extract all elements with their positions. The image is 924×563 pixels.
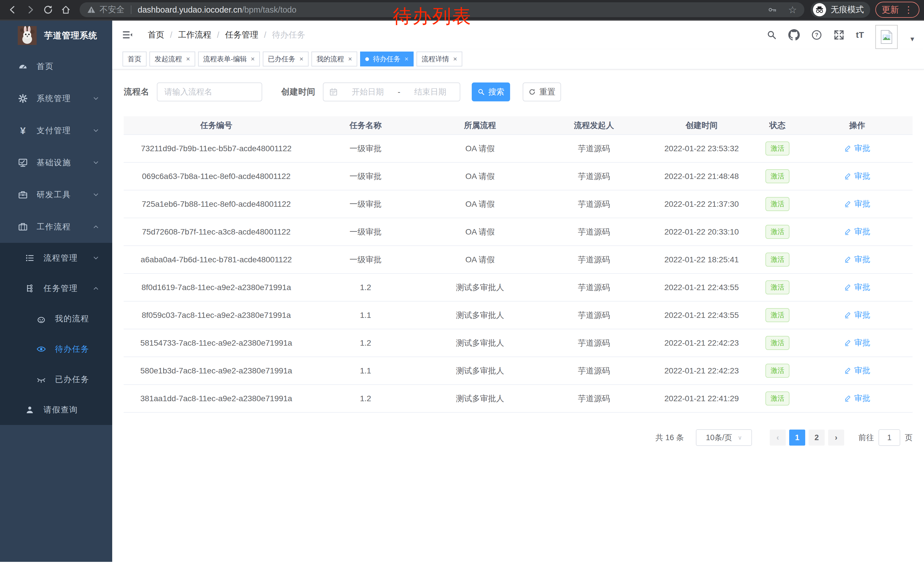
fullscreen-icon[interactable] <box>834 30 844 41</box>
cell-process: 测试多审批人 <box>422 273 538 301</box>
cell-status: 激活 <box>753 190 802 218</box>
approve-link[interactable]: 审批 <box>844 226 870 237</box>
status-badge: 激活 <box>765 141 789 156</box>
forward-icon[interactable] <box>25 5 36 15</box>
status-badge: 激活 <box>765 308 789 322</box>
tab-start-process[interactable]: 发起流程× <box>149 51 195 66</box>
close-icon[interactable]: × <box>405 55 408 63</box>
bookmark-star-icon[interactable]: ☆ <box>788 4 797 15</box>
cell-create-time: 2022-01-22 21:48:48 <box>650 162 753 190</box>
sidebar-item-workflow[interactable]: 工作流程 <box>0 211 112 243</box>
chevron-up-icon <box>92 285 100 292</box>
close-icon[interactable]: × <box>299 55 303 63</box>
cell-task-id: a6aba0a4-7b6d-11ec-b781-acde48001122 <box>124 246 309 273</box>
home-icon[interactable] <box>61 5 71 15</box>
browser-menu-icon[interactable]: ⋮ <box>904 4 913 15</box>
approve-link[interactable]: 审批 <box>844 365 870 376</box>
browser-update-button[interactable]: 更新 ⋮ <box>875 2 920 18</box>
sidebar-item-payment-mgmt[interactable]: ¥ 支付管理 <box>0 114 112 147</box>
url-path[interactable]: /bpm/task/todo <box>242 5 296 15</box>
status-badge: 激活 <box>765 392 789 405</box>
cell-actions: 审批 <box>802 301 912 329</box>
key-icon[interactable] <box>768 5 777 14</box>
next-page-button[interactable]: › <box>828 429 844 446</box>
page-button-2[interactable]: 2 <box>808 429 825 446</box>
prev-page-button[interactable]: ‹ <box>770 429 786 446</box>
reset-button[interactable]: 重置 <box>523 83 561 101</box>
close-icon[interactable]: × <box>453 55 457 63</box>
cell-process: OA 请假 <box>422 135 538 162</box>
sidebar-item-todo-tasks[interactable]: 待办任务 <box>0 334 112 364</box>
page-button-1[interactable]: 1 <box>789 429 805 446</box>
url-host[interactable]: dashboard.yudao.iocoder.cn <box>138 5 242 15</box>
search-icon[interactable] <box>766 30 777 40</box>
gear-icon <box>18 94 28 104</box>
sidebar-item-leave-query[interactable]: 请假查询 <box>0 395 112 425</box>
svg-text:?: ? <box>815 32 818 38</box>
cell-starter: 芋道源码 <box>538 135 650 162</box>
insecure-warning-icon[interactable] <box>87 6 96 14</box>
cell-task-id: 58154733-7ac8-11ec-a9e2-a2380e71991a <box>124 329 309 357</box>
sidebar-item-my-process[interactable]: 我的流程 <box>0 303 112 334</box>
sidebar-item-label: 工作流程 <box>37 221 71 232</box>
sidebar-item-infrastructure[interactable]: 基础设施 <box>0 147 112 179</box>
process-name-input[interactable] <box>157 83 262 101</box>
tab-process-detail[interactable]: 流程详情× <box>417 51 462 66</box>
breadcrumb-workflow[interactable]: 工作流程 <box>178 29 211 41</box>
tab-done-tasks[interactable]: 已办任务× <box>263 51 309 66</box>
sidebar-item-home[interactable]: 首页 <box>0 50 112 83</box>
cell-task-name: 1.1 <box>309 357 422 384</box>
date-range-picker[interactable]: 开始日期 - 结束日期 <box>323 83 460 101</box>
breadcrumb-task-mgmt[interactable]: 任务管理 <box>225 29 258 41</box>
tab-process-form-edit[interactable]: 流程表单-编辑× <box>198 51 260 66</box>
page-size-select[interactable]: 10条/页 ∨ <box>696 429 752 446</box>
tab-home[interactable]: 首页 <box>123 51 147 66</box>
github-icon[interactable] <box>788 29 800 41</box>
goto-page-input[interactable] <box>879 429 900 446</box>
approve-link[interactable]: 审批 <box>844 309 870 320</box>
breadcrumb-home[interactable]: 首页 <box>148 29 164 41</box>
font-size-icon[interactable]: tT <box>856 30 864 40</box>
reload-icon[interactable] <box>43 5 53 15</box>
close-icon[interactable]: × <box>251 55 255 63</box>
update-label[interactable]: 更新 <box>882 4 899 16</box>
yen-icon: ¥ <box>18 125 28 136</box>
cell-process: OA 请假 <box>422 218 538 246</box>
sidebar-item-label: 流程管理 <box>44 252 78 263</box>
approve-link[interactable]: 审批 <box>844 143 870 154</box>
approve-link[interactable]: 审批 <box>844 337 870 348</box>
sidebar-item-task-mgmt[interactable]: 任务管理 <box>0 273 112 303</box>
end-date-placeholder[interactable]: 结束日期 <box>407 87 454 98</box>
approve-link[interactable]: 审批 <box>844 393 870 404</box>
table-row: 58154733-7ac8-11ec-a9e2-a2380e71991a 1.2… <box>124 329 912 357</box>
close-icon[interactable]: × <box>348 55 352 63</box>
close-icon[interactable]: × <box>186 55 190 63</box>
sidebar-collapse-icon[interactable] <box>122 30 133 41</box>
back-icon[interactable] <box>8 5 18 15</box>
cell-status: 激活 <box>753 273 802 301</box>
approve-link[interactable]: 审批 <box>844 198 870 209</box>
avatar[interactable] <box>875 25 898 49</box>
start-date-placeholder[interactable]: 开始日期 <box>344 87 391 98</box>
status-badge: 激活 <box>765 169 789 183</box>
approve-link[interactable]: 审批 <box>844 171 870 182</box>
cell-status: 激活 <box>753 135 802 162</box>
help-icon[interactable]: ? <box>811 30 822 41</box>
tab-my-process[interactable]: 我的流程× <box>311 51 357 66</box>
approve-link[interactable]: 审批 <box>844 282 870 293</box>
sidebar-item-done-tasks[interactable]: 已办任务 <box>0 364 112 395</box>
cell-process: 测试多审批人 <box>422 357 538 384</box>
sidebar-item-label: 已办任务 <box>55 374 89 385</box>
cell-task-id: 381aa1dd-7ac8-11ec-a9e2-a2380e71991a <box>124 384 309 412</box>
sidebar-item-process-mgmt[interactable]: 流程管理 <box>0 243 112 273</box>
sidebar-item-system-mgmt[interactable]: 系统管理 <box>0 83 112 114</box>
search-button[interactable]: 搜索 <box>472 83 510 101</box>
tab-todo-tasks[interactable]: 待办任务× <box>360 51 414 66</box>
approve-link[interactable]: 审批 <box>844 254 870 265</box>
select-caret-icon: ∨ <box>738 434 742 441</box>
app-logo-row[interactable]: 芋道管理系统 <box>0 21 112 50</box>
cell-task-name: 一级审批 <box>309 135 422 162</box>
avatar-caret-icon[interactable]: ▼ <box>909 36 915 43</box>
sidebar-item-dev-tools[interactable]: 研发工具 <box>0 179 112 211</box>
security-label[interactable]: 不安全 <box>100 4 124 15</box>
